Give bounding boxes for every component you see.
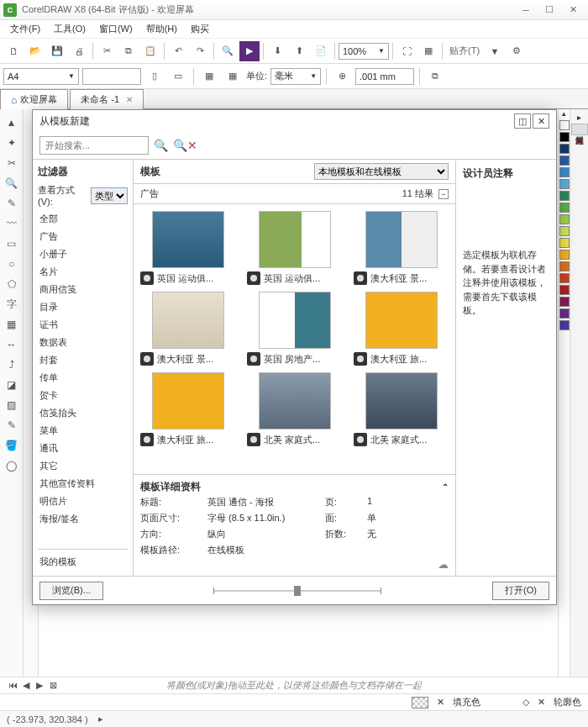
color-swatch[interactable] <box>559 132 570 142</box>
color-swatch[interactable] <box>559 179 570 189</box>
page-layout2-button[interactable]: ▦ <box>223 66 243 87</box>
color-swatch[interactable] <box>559 297 570 307</box>
import-button[interactable]: ⬇ <box>267 41 287 61</box>
freehand-tool[interactable]: ✎ <box>2 194 22 213</box>
open-button[interactable]: 📂 <box>25 41 45 61</box>
fill-tool[interactable]: 🪣 <box>2 436 22 455</box>
template-card[interactable]: 英国 房地产... <box>247 292 342 366</box>
crop-tool[interactable]: ✂ <box>2 154 22 172</box>
snap-dropdown[interactable]: ▼ <box>485 41 505 61</box>
close-icon[interactable]: ✕ <box>126 95 133 104</box>
text-tool[interactable]: 字 <box>2 295 22 313</box>
category-item[interactable]: 其它 <box>38 457 128 475</box>
template-card[interactable]: 北美 家庭式... <box>354 372 449 446</box>
category-item[interactable]: 全部 <box>38 210 128 228</box>
expand-icon[interactable]: ⌃ <box>442 482 449 492</box>
template-card[interactable]: 北美 家庭式... <box>247 372 342 446</box>
nudge-input[interactable]: .001 mm <box>355 68 414 85</box>
search-icon[interactable]: 🔍 <box>154 139 168 152</box>
close-button[interactable]: ✕ <box>561 2 585 18</box>
transparency-tool[interactable]: ▨ <box>2 396 22 414</box>
pick-tool[interactable]: ▲ <box>2 113 22 132</box>
my-templates-item[interactable]: 我的模板 <box>38 553 128 571</box>
category-item[interactable]: 名片 <box>38 263 128 281</box>
color-swatch[interactable] <box>559 144 570 154</box>
artistic-tool[interactable]: 〰 <box>2 214 22 233</box>
category-item[interactable]: 封套 <box>38 351 128 369</box>
category-item[interactable]: 小册子 <box>38 245 128 263</box>
outline-tool[interactable]: ◯ <box>2 456 22 475</box>
copy-button[interactable]: ⧉ <box>118 41 139 61</box>
template-card[interactable]: 澳大利亚 景... <box>140 292 235 366</box>
print-button[interactable]: 🖨 <box>69 41 89 61</box>
menu-window[interactable]: 窗口(W) <box>92 21 139 37</box>
launch-button[interactable]: ▶ <box>239 41 260 61</box>
color-swatch[interactable] <box>559 238 570 248</box>
category-item[interactable]: 商用信笺 <box>38 281 128 298</box>
search-input[interactable] <box>39 136 149 155</box>
tab-welcome[interactable]: ⌂ 欢迎屏幕 <box>0 89 68 109</box>
color-swatch[interactable] <box>559 214 570 224</box>
page-width-input[interactable] <box>82 68 141 85</box>
category-item[interactable]: 通讯 <box>38 440 128 457</box>
color-swatch[interactable] <box>559 155 570 166</box>
thumbnail-size-slider[interactable] <box>110 590 486 592</box>
source-select[interactable]: 本地模板和在线模板 <box>314 163 449 180</box>
dialog-close-button[interactable]: ✕ <box>533 113 549 129</box>
color-swatch[interactable] <box>559 167 570 177</box>
browse-button[interactable]: 浏览(B)... <box>39 582 103 600</box>
page-close[interactable]: ⊠ <box>47 680 59 691</box>
category-item[interactable]: 贺卡 <box>38 387 128 404</box>
landscape-button[interactable]: ▭ <box>168 66 188 87</box>
status-arrow[interactable]: ▸ <box>98 714 103 724</box>
category-item[interactable]: 信笺抬头 <box>38 404 128 422</box>
color-swatch[interactable] <box>559 203 570 213</box>
category-item[interactable]: 菜单 <box>38 422 128 440</box>
category-item[interactable]: 海报/签名 <box>38 510 128 528</box>
open-button[interactable]: 打开(O) <box>492 582 549 600</box>
dimension-tool[interactable]: ↔ <box>2 335 22 354</box>
palette-up[interactable]: ▴ <box>559 109 570 119</box>
color-swatch[interactable] <box>559 191 570 201</box>
preview-button[interactable]: ▦ <box>418 41 438 61</box>
category-item[interactable]: 目录 <box>38 298 128 316</box>
dropshadow-tool[interactable]: ◪ <box>2 376 22 394</box>
template-card[interactable]: 英国 运动俱... <box>247 211 342 285</box>
dialog-dock-button[interactable]: ◫ <box>514 113 531 129</box>
fill-swatch[interactable] <box>412 697 428 709</box>
pdf-button[interactable]: 📄 <box>311 41 331 61</box>
docker-close[interactable]: ✕ <box>576 137 583 146</box>
tab-untitled[interactable]: 未命名 -1 ✕ <box>70 89 144 109</box>
category-item[interactable]: 明信片 <box>38 493 128 510</box>
options-button[interactable]: ⚙ <box>507 41 527 61</box>
clear-search-icon[interactable]: 🔍✕ <box>173 139 197 152</box>
menu-help[interactable]: 帮助(H) <box>139 21 184 37</box>
cut-button[interactable]: ✂ <box>97 41 117 61</box>
page-layout-button[interactable]: ▦ <box>199 66 219 87</box>
color-swatch[interactable] <box>559 250 570 260</box>
zoom-tool[interactable]: 🔍 <box>2 174 22 192</box>
color-swatch[interactable] <box>559 320 570 330</box>
page-first[interactable]: ⏮ <box>7 680 18 691</box>
color-swatch[interactable] <box>559 285 570 295</box>
page-prev[interactable]: ◀ <box>20 680 32 691</box>
color-swatch[interactable] <box>559 273 570 283</box>
nudge-icon[interactable]: ⊕ <box>332 66 352 87</box>
rectangle-tool[interactable]: ▭ <box>2 234 22 253</box>
template-card[interactable]: 澳大利亚 旅... <box>354 292 449 366</box>
duplicate-button[interactable]: ⧉ <box>425 66 445 87</box>
color-swatch[interactable] <box>559 226 570 236</box>
search-button[interactable]: 🔍 <box>218 41 238 61</box>
ellipse-tool[interactable]: ○ <box>2 255 22 273</box>
color-swatch[interactable] <box>559 261 570 271</box>
category-item[interactable]: 数据表 <box>38 334 128 351</box>
menu-file[interactable]: 文件(F) <box>3 21 47 37</box>
collapse-button[interactable]: − <box>438 189 449 199</box>
category-item[interactable]: 传单 <box>38 369 128 387</box>
shape-tool[interactable]: ✦ <box>2 134 22 152</box>
template-card[interactable]: 英国 运动俱... <box>140 211 235 285</box>
fullscreen-button[interactable]: ⛶ <box>396 41 417 61</box>
zoom-combo[interactable]: 100%▼ <box>339 43 389 60</box>
portrait-button[interactable]: ▯ <box>144 66 165 87</box>
menu-buy[interactable]: 购买 <box>184 21 216 37</box>
